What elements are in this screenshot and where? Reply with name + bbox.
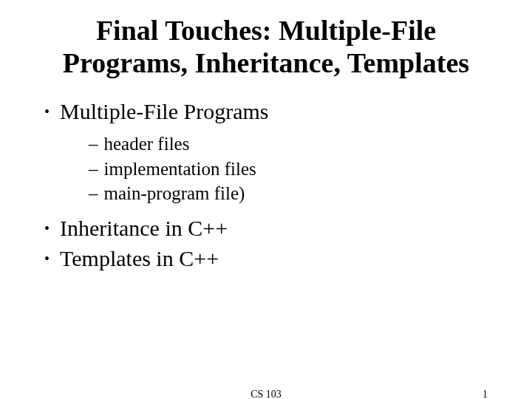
bullet-dot-icon: • bbox=[44, 102, 50, 122]
sub-bullet-item: – implementation files bbox=[89, 157, 495, 182]
sub-bullet-item: – main-program file) bbox=[89, 181, 495, 206]
sub-bullet-item: – header files bbox=[89, 132, 495, 157]
sub-bullet-text: implementation files bbox=[104, 157, 256, 182]
slide-title: Final Touches: Multiple-File Programs, I… bbox=[37, 15, 495, 79]
sub-list: – header files – implementation files – … bbox=[89, 132, 495, 206]
bullet-item: • Inheritance in C++ bbox=[44, 214, 495, 244]
bullet-dot-icon: • bbox=[44, 219, 50, 239]
footer-course: CS 103 bbox=[250, 389, 282, 399]
bullet-text: Inheritance in C++ bbox=[60, 214, 228, 244]
footer-page-number: 1 bbox=[482, 389, 488, 399]
dash-icon: – bbox=[89, 181, 98, 206]
bullet-text: Templates in C++ bbox=[60, 244, 219, 274]
bullet-item: • Templates in C++ bbox=[44, 244, 495, 274]
slide-body: • Multiple-File Programs – header files … bbox=[37, 97, 495, 273]
bullet-item: • Multiple-File Programs bbox=[44, 97, 495, 127]
bullet-dot-icon: • bbox=[44, 249, 50, 269]
bullet-text: Multiple-File Programs bbox=[60, 97, 268, 127]
dash-icon: – bbox=[89, 157, 98, 182]
sub-bullet-text: header files bbox=[104, 132, 190, 157]
sub-bullet-text: main-program file) bbox=[104, 181, 245, 206]
dash-icon: – bbox=[89, 132, 98, 157]
